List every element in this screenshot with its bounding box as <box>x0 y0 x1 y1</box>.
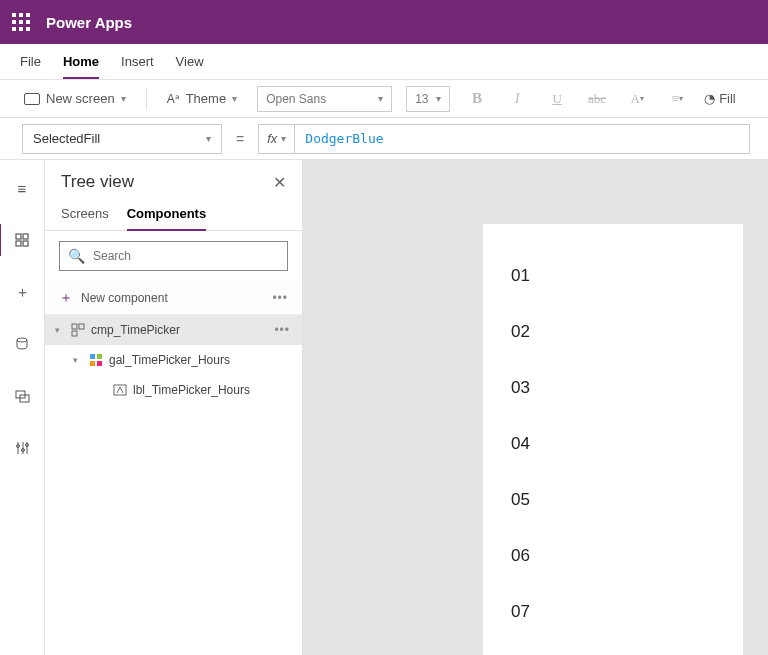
rail-hamburger[interactable]: ≡ <box>0 172 45 204</box>
tab-components[interactable]: Components <box>127 200 206 231</box>
chevron-down-icon: ▾ <box>378 93 383 104</box>
svg-rect-17 <box>97 354 102 359</box>
app-title: Power Apps <box>46 14 132 31</box>
font-color-button[interactable]: A▾ <box>624 86 650 112</box>
svg-point-4 <box>17 338 27 342</box>
hour-cell[interactable]: 03 <box>511 360 715 416</box>
paint-bucket-icon: ◔ <box>704 91 715 106</box>
component-artboard[interactable]: 01 02 03 04 05 06 07 <box>483 224 743 655</box>
chevron-down-icon: ▾ <box>206 133 211 144</box>
theme-icon: Aᵃ <box>167 92 180 106</box>
formula-bar: SelectedFill ▾ = fx ▾ DodgerBlue <box>0 118 768 160</box>
menu-view[interactable]: View <box>176 46 204 77</box>
font-size-select[interactable]: 13 ▾ <box>406 86 450 112</box>
waffle-icon[interactable] <box>12 13 30 31</box>
underline-button[interactable]: U <box>544 86 570 112</box>
fx-label-text: fx <box>267 131 277 146</box>
toolbar: New screen ▾ Aᵃ Theme ▾ Open Sans ▾ 13 ▾… <box>0 80 768 118</box>
more-icon[interactable]: ••• <box>274 323 290 337</box>
new-screen-button[interactable]: New screen ▾ <box>18 87 132 110</box>
close-panel-button[interactable]: ✕ <box>273 173 286 192</box>
new-screen-label: New screen <box>46 91 115 106</box>
chevron-down-icon: ▾ <box>281 133 286 144</box>
data-icon <box>15 337 29 351</box>
rail-media[interactable] <box>0 380 45 412</box>
menu-file[interactable]: File <box>20 46 41 77</box>
gallery-icon <box>89 353 103 367</box>
theme-button[interactable]: Aᵃ Theme ▾ <box>161 87 243 110</box>
hour-cell[interactable]: 04 <box>511 416 715 472</box>
svg-rect-13 <box>72 324 77 329</box>
hour-cell[interactable]: 07 <box>511 584 715 640</box>
svg-rect-14 <box>79 324 84 329</box>
new-screen-icon <box>24 93 40 105</box>
menu-home[interactable]: Home <box>63 46 99 79</box>
tree-view-icon <box>15 233 29 247</box>
property-name: SelectedFill <box>33 131 100 146</box>
svg-rect-3 <box>23 241 28 246</box>
font-name-select[interactable]: Open Sans ▾ <box>257 86 392 112</box>
svg-rect-1 <box>23 234 28 239</box>
svg-rect-15 <box>72 331 77 336</box>
app-header: Power Apps <box>0 0 768 44</box>
chevron-down-icon[interactable]: ▾ <box>55 325 65 335</box>
search-icon: 🔍 <box>68 248 85 264</box>
tree-title: Tree view <box>61 172 134 192</box>
chevron-down-icon: ▾ <box>121 93 126 104</box>
strikethrough-button[interactable]: abc <box>584 86 610 112</box>
svg-rect-18 <box>90 361 95 366</box>
bold-button[interactable]: B <box>464 86 490 112</box>
font-name-value: Open Sans <box>266 92 326 106</box>
fill-button[interactable]: ◔ Fill <box>704 91 736 106</box>
tab-screens[interactable]: Screens <box>61 200 109 230</box>
hour-cell[interactable]: 05 <box>511 472 715 528</box>
hour-cell[interactable]: 01 <box>511 248 715 304</box>
menu-bar: File Home Insert View <box>0 44 768 80</box>
label-icon <box>113 383 127 397</box>
separator <box>146 88 147 110</box>
svg-rect-2 <box>16 241 21 246</box>
search-input[interactable] <box>93 249 279 263</box>
media-icon <box>15 389 30 403</box>
align-button[interactable]: ≡▾ <box>664 86 690 112</box>
tree-list: ▾ cmp_TimePicker ••• ▾ gal_TimePicker_Ho… <box>45 315 302 655</box>
theme-label: Theme <box>186 91 226 106</box>
plus-icon: ＋ <box>59 289 73 307</box>
tree-item-label: gal_TimePicker_Hours <box>109 353 230 367</box>
italic-button[interactable]: I <box>504 86 530 112</box>
fill-label: Fill <box>719 91 736 106</box>
search-box[interactable]: 🔍 <box>59 241 288 271</box>
svg-rect-19 <box>97 361 102 366</box>
chevron-down-icon: ▾ <box>436 93 441 104</box>
menu-insert[interactable]: Insert <box>121 46 154 77</box>
svg-rect-0 <box>16 234 21 239</box>
tree-tabs: Screens Components <box>45 200 302 231</box>
hour-cell[interactable]: 06 <box>511 528 715 584</box>
tree-item-component[interactable]: ▾ cmp_TimePicker ••• <box>45 315 302 345</box>
chevron-down-icon: ▾ <box>232 93 237 104</box>
tree-item-gallery[interactable]: ▾ gal_TimePicker_Hours <box>45 345 302 375</box>
new-component-label: New component <box>81 291 168 305</box>
svg-rect-16 <box>90 354 95 359</box>
chevron-down-icon[interactable]: ▾ <box>73 355 83 365</box>
equals-sign: = <box>232 131 248 147</box>
component-icon <box>71 323 85 337</box>
more-icon[interactable]: ••• <box>272 291 288 305</box>
property-select[interactable]: SelectedFill ▾ <box>22 124 222 154</box>
left-rail: ≡ ＋ <box>0 160 45 655</box>
formula-input-wrapper: fx ▾ DodgerBlue <box>258 124 750 154</box>
rail-insert[interactable]: ＋ <box>0 276 45 308</box>
tree-panel: Tree view ✕ Screens Components 🔍 ＋ New c… <box>45 160 303 655</box>
tree-item-label: lbl_TimePicker_Hours <box>133 383 250 397</box>
rail-advanced[interactable] <box>0 432 45 464</box>
rail-tree-view[interactable] <box>0 224 43 256</box>
font-size-value: 13 <box>415 92 428 106</box>
tree-item-label-control[interactable]: lbl_TimePicker_Hours <box>45 375 302 405</box>
canvas[interactable]: 01 02 03 04 05 06 07 <box>303 160 768 655</box>
new-component-row[interactable]: ＋ New component ••• <box>45 281 302 315</box>
hour-cell[interactable]: 02 <box>511 304 715 360</box>
rail-data[interactable] <box>0 328 45 360</box>
formula-value[interactable]: DodgerBlue <box>295 131 393 146</box>
sliders-icon <box>15 441 29 455</box>
fx-button[interactable]: fx ▾ <box>259 125 295 153</box>
